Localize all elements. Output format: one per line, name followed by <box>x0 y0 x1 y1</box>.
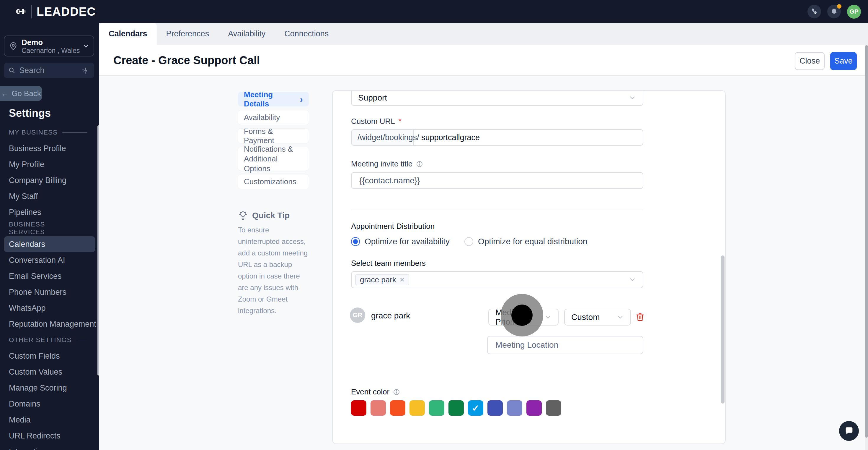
topbar-actions: GP <box>807 0 861 23</box>
sidebar-scrollbar[interactable] <box>97 125 99 375</box>
map-pin-icon <box>8 41 18 51</box>
info-icon <box>416 161 423 168</box>
logo: LEADDEC <box>14 0 96 23</box>
sidebar-item-custom-fields[interactable]: Custom Fields <box>0 348 99 364</box>
panel-scrollbar[interactable] <box>721 255 724 403</box>
radio-optimize-availability[interactable]: Optimize for availability <box>351 237 450 246</box>
chat-widget-button[interactable] <box>839 421 859 441</box>
color-swatch-salmon[interactable] <box>371 400 386 416</box>
quick-tip-header: Quick Tip <box>238 210 290 221</box>
delete-member-button[interactable] <box>635 312 646 322</box>
check-icon: ✓ <box>472 403 479 413</box>
sidebar-item-domains[interactable]: Domains <box>0 396 99 412</box>
color-swatch-yellow[interactable] <box>409 400 425 416</box>
lightbulb-icon <box>238 210 248 221</box>
user-avatar[interactable]: GP <box>847 5 861 19</box>
tab-preferences[interactable]: Preferences <box>157 23 219 45</box>
sidebar-item-whatsapp[interactable]: WhatsApp <box>0 300 99 316</box>
sidebar-search[interactable]: Search <box>4 63 94 78</box>
tab-availability[interactable]: Availability <box>218 23 275 45</box>
sidebar-item-conversation-ai[interactable]: Conversation AI <box>0 252 99 268</box>
sidebar-item-custom-values[interactable]: Custom Values <box>0 364 99 380</box>
member-name: grace park <box>371 311 410 320</box>
tab-connections[interactable]: Connections <box>275 23 338 45</box>
color-swatch-lavender[interactable] <box>507 400 522 416</box>
sidebar-item-media[interactable]: Media <box>0 412 99 428</box>
meeting-invite-title-input[interactable]: {{contact.name}} <box>351 172 643 189</box>
bell-icon <box>830 8 838 16</box>
page-scrollbar-thumb[interactable] <box>865 45 868 438</box>
save-button[interactable]: Save <box>830 52 857 70</box>
chevron-down-icon <box>617 314 624 321</box>
url-prefix: /widget/bookings/ <box>351 129 414 146</box>
team-members-select[interactable]: grace park × <box>351 271 643 288</box>
location-switcher[interactable]: Demo Caernarfon , Wales <box>4 35 94 56</box>
step-availability[interactable]: Availability <box>238 110 309 125</box>
sidebar-item-phone-numbers[interactable]: Phone Numbers <box>0 284 99 300</box>
dumbbell-icon <box>14 5 27 18</box>
section-header-my-business: MY BUSINESS <box>0 124 99 140</box>
notification-badge <box>837 4 841 8</box>
color-swatch-red[interactable] <box>351 400 366 416</box>
search-icon <box>8 66 16 74</box>
sidebar-item-manage-scoring[interactable]: Manage Scoring <box>0 380 99 396</box>
info-icon <box>393 389 400 396</box>
step-meeting-details[interactable]: Meeting Details › <box>238 92 309 107</box>
logo-text: LEADDEC <box>37 5 96 18</box>
section-header-other-settings: OTHER SETTINGS <box>0 332 99 348</box>
event-color-label: Event color <box>351 387 400 396</box>
location-name: Demo <box>22 38 79 47</box>
sidebar-item-business-profile[interactable]: Business Profile <box>0 140 99 157</box>
go-back-button[interactable]: ← Go Back <box>0 86 42 101</box>
sidebar-item-reputation-management[interactable]: Reputation Management <box>0 316 99 332</box>
sidebar-item-my-staff[interactable]: My Staff <box>0 188 99 204</box>
member-avatar: GR <box>350 308 365 323</box>
color-swatch-indigo[interactable] <box>488 400 503 416</box>
meeting-details-panel: Support Custom URL* /widget/bookings/ su… <box>332 90 726 444</box>
color-swatch-gray[interactable] <box>546 400 561 416</box>
radio-unselected-icon <box>464 237 473 246</box>
required-asterisk: * <box>399 117 402 126</box>
color-swatch-cyan-selected[interactable]: ✓ <box>468 400 483 416</box>
step-forms-payment[interactable]: Forms & Payment <box>238 129 309 143</box>
step-notifications-options[interactable]: Notifications & Additional Options <box>238 147 309 171</box>
notifications-button[interactable] <box>827 5 841 18</box>
section-divider <box>62 132 87 133</box>
sidebar-item-integrations[interactable]: Integrations <box>0 444 99 450</box>
sidebar-item-pipelines[interactable]: Pipelines <box>0 204 99 220</box>
color-swatch-green[interactable] <box>429 400 444 416</box>
page-title: Create - Grace Support Call <box>113 54 260 67</box>
color-swatch-orange[interactable] <box>390 400 405 416</box>
sidebar-item-company-billing[interactable]: Company Billing <box>0 172 99 188</box>
calendar-settings-tabs: Calendars Preferences Availability Conne… <box>99 23 868 45</box>
radio-optimize-equal-distribution[interactable]: Optimize for equal distribution <box>464 237 587 246</box>
sidebar-item-calendars[interactable]: Calendars <box>4 236 95 252</box>
sidebar-item-my-profile[interactable]: My Profile <box>0 157 99 172</box>
section-header-business-services: BUSINESS SERVICES <box>0 220 99 236</box>
calendar-type-select[interactable]: Support <box>351 90 643 106</box>
custom-url-input[interactable]: supportcallgrace <box>414 129 643 146</box>
sidebar-item-email-services[interactable]: Email Services <box>0 268 99 284</box>
meeting-location-input[interactable]: Meeting Location <box>487 336 643 354</box>
member-meeting-type-select[interactable]: Custom <box>564 309 631 326</box>
settings-sidebar: Demo Caernarfon , Wales Search ← Go Back… <box>0 23 99 450</box>
phone-button[interactable] <box>807 5 821 18</box>
sidebar-item-url-redirects[interactable]: URL Redirects <box>0 428 99 444</box>
radio-selected-icon <box>351 237 360 246</box>
chevron-down-icon <box>628 94 636 102</box>
app-root: LEADDEC GP Demo Caernar <box>0 0 868 450</box>
logo-divider <box>31 5 32 18</box>
event-color-swatches: ✓ <box>351 400 561 416</box>
step-customizations[interactable]: Customizations <box>238 174 309 189</box>
page-header: Create - Grace Support Call Close Save <box>99 45 868 76</box>
custom-url-label: Custom URL* <box>351 117 402 126</box>
color-swatch-purple[interactable] <box>526 400 542 416</box>
close-button[interactable]: Close <box>795 52 825 70</box>
click-indicator-dot <box>512 305 533 326</box>
search-placeholder: Search <box>19 66 78 75</box>
chat-bubble-icon <box>844 426 854 436</box>
tab-calendars[interactable]: Calendars <box>99 23 157 45</box>
color-swatch-dark-green[interactable] <box>448 400 464 416</box>
remove-chip-icon[interactable]: × <box>400 275 404 284</box>
chevron-right-icon: › <box>300 94 303 104</box>
